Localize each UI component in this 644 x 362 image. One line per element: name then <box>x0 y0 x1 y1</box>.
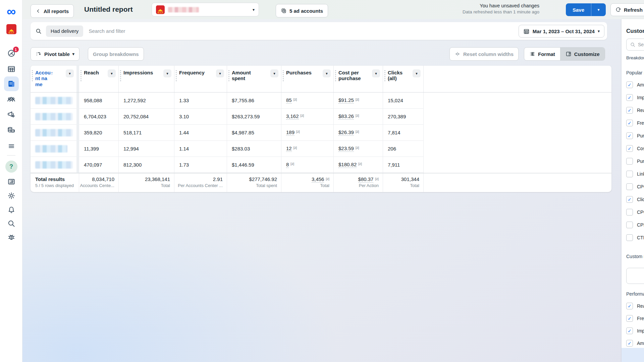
column-menu-button[interactable]: ▾ <box>323 69 331 77</box>
metric-row[interactable]: ✓Purchases <box>626 132 644 139</box>
drag-handle-icon[interactable] <box>283 70 284 82</box>
checkbox[interactable]: ✓ <box>626 107 633 114</box>
drag-handle-icon[interactable] <box>176 70 177 82</box>
checkbox[interactable]: ✓ <box>626 209 633 216</box>
cost-per-purchase-value[interactable]: $26.39 <box>338 129 354 136</box>
notifications-button[interactable] <box>0 205 22 214</box>
drag-handle-icon[interactable] <box>335 70 336 82</box>
metric-row[interactable]: ✓Amount spent <box>626 81 644 88</box>
column-menu-button[interactable]: ▾ <box>413 69 421 77</box>
column-header-impressions[interactable]: Impressions▾ <box>119 66 174 92</box>
metric-row[interactable]: ✓CPM <box>626 222 644 228</box>
column-menu-button[interactable]: ▾ <box>216 69 224 77</box>
column-header-account-name[interactable]: Account name ↑ ▾ <box>31 66 76 92</box>
search-button[interactable] <box>0 219 22 228</box>
sidebar-item-campaigns[interactable] <box>0 65 22 73</box>
column-header-cost-per-purchase[interactable]: Cost per purchase▾ <box>334 66 383 92</box>
checkbox[interactable]: ✓ <box>626 94 633 101</box>
column-menu-button[interactable]: ▾ <box>372 69 380 77</box>
purchases-value[interactable]: 8 <box>286 162 289 168</box>
metric-row[interactable]: ✓Amount spent <box>626 340 644 347</box>
sidebar-item-audiences[interactable] <box>0 95 22 104</box>
metric-row[interactable]: ✓Link clicks <box>626 171 644 177</box>
column-header-amount-spent[interactable]: Amount spent▾ <box>227 66 281 92</box>
total-value[interactable]: 3,456 <box>312 176 324 183</box>
column-menu-button[interactable]: ▾ <box>108 69 116 77</box>
column-header-purchases[interactable]: Purchases▾ <box>281 66 334 92</box>
report-bug-button[interactable] <box>0 233 22 241</box>
cost-per-purchase-value[interactable]: $23.59 <box>338 145 354 152</box>
format-button[interactable]: Format <box>524 48 560 60</box>
sidebar-item-billing[interactable] <box>0 125 22 134</box>
metric-row[interactable]: ✓Purchase ROAS <box>626 158 644 165</box>
column-menu-button[interactable]: ▾ <box>270 69 278 77</box>
purchases-value[interactable]: 189 <box>286 129 294 136</box>
checkbox[interactable]: ✓ <box>626 327 633 334</box>
metric-row[interactable]: ✓CPC (all) <box>626 209 644 216</box>
had-delivery-filter-chip[interactable]: Had delivery <box>46 25 83 37</box>
column-header-reach[interactable]: Reach▾ <box>79 66 119 92</box>
checkbox[interactable]: ✓ <box>626 196 633 203</box>
metric-row[interactable]: ✓Impressions <box>626 327 644 334</box>
drag-handle-icon[interactable] <box>32 70 33 82</box>
help-button[interactable]: ? <box>0 161 22 173</box>
checkbox[interactable]: ✓ <box>626 222 633 228</box>
column-menu-button[interactable]: ▾ <box>163 69 171 77</box>
settings-button[interactable] <box>0 191 22 200</box>
sidebar-item-business-news[interactable] <box>0 177 22 186</box>
custom-metric-input[interactable] <box>626 268 644 284</box>
sidebar-item-ads-reporting-active[interactable] <box>0 76 22 91</box>
purchases-value[interactable]: 12 <box>286 145 292 152</box>
metric-row[interactable]: ✓Frequency <box>626 120 644 126</box>
metrics-search-box[interactable]: Search <box>626 39 644 51</box>
purchases-value[interactable]: 3,162 <box>286 113 299 120</box>
checkbox[interactable]: ✓ <box>626 158 633 165</box>
drag-handle-icon[interactable] <box>384 70 385 82</box>
ad-accounts-button[interactable]: 5 ad accounts <box>276 4 328 17</box>
sidebar-item-advertise[interactable] <box>0 110 22 119</box>
customize-button[interactable]: Customize <box>560 48 605 60</box>
metric-row[interactable]: ✓CPC (cost per link click) <box>626 183 644 190</box>
column-header-clicks-all[interactable]: Clicks (all)▾ <box>383 66 424 92</box>
metric-row[interactable]: ✓Reach <box>626 107 644 114</box>
checkbox[interactable]: ✓ <box>626 81 633 88</box>
reset-column-widths-button[interactable]: Reset column widths <box>449 47 519 61</box>
checkbox[interactable]: ✓ <box>626 303 633 309</box>
checkbox[interactable]: ✓ <box>626 315 633 322</box>
column-menu-button[interactable]: ▾ <box>66 69 74 77</box>
refresh-button[interactable]: Refresh <box>610 3 644 16</box>
metric-row[interactable]: ✓Cost per purchase <box>626 145 644 152</box>
save-button[interactable]: Save <box>566 3 591 16</box>
date-range-selector[interactable]: Mar 1, 2023 – Oct 31, 2024 ▾ <box>519 25 604 38</box>
checkbox[interactable]: ✓ <box>626 340 633 347</box>
sidebar-item-account-overview[interactable]: 1 <box>0 49 22 58</box>
sidebar-item-all-tools[interactable] <box>0 142 22 150</box>
checkbox[interactable]: ✓ <box>626 234 633 241</box>
meta-logo[interactable]: ∞ <box>0 5 22 18</box>
drag-handle-icon[interactable] <box>120 70 121 82</box>
breakdowns-label[interactable]: Breakdowns <box>626 55 644 60</box>
cost-per-purchase-value[interactable]: $83.26 <box>338 113 354 120</box>
save-options-button[interactable]: ▾ <box>591 3 606 16</box>
business-logo[interactable]: M.A.P <box>0 24 22 34</box>
metric-row[interactable]: ✓Reach <box>626 303 644 309</box>
cost-per-purchase-value[interactable]: $91.25 <box>338 97 354 104</box>
business-account-selector[interactable]: M.A.P ▾ <box>152 3 259 16</box>
metric-row[interactable]: ✓Frequency <box>626 315 644 322</box>
checkbox[interactable]: ✓ <box>626 171 633 177</box>
drag-handle-icon[interactable] <box>80 70 82 82</box>
metric-row[interactable]: ✓Clicks (all) <box>626 196 644 203</box>
column-header-frequency[interactable]: Frequency▾ <box>174 66 227 92</box>
drag-handle-icon[interactable] <box>228 70 229 82</box>
all-reports-back-button[interactable]: All reports <box>31 4 74 18</box>
metric-row[interactable]: ✓Impressions <box>626 94 644 101</box>
checkbox[interactable]: ✓ <box>626 145 633 152</box>
group-breakdowns-button[interactable]: Group breakdowns <box>88 47 144 61</box>
checkbox[interactable]: ✓ <box>626 132 633 139</box>
pivot-table-button[interactable]: Pivot table ▾ <box>31 47 79 61</box>
purchases-value[interactable]: 85 <box>286 97 292 104</box>
cost-per-purchase-value[interactable]: $180.82 <box>338 162 357 168</box>
checkbox[interactable]: ✓ <box>626 183 633 190</box>
total-value[interactable]: $80.37 <box>358 176 374 183</box>
metric-row[interactable]: ✓CTR <box>626 234 644 241</box>
